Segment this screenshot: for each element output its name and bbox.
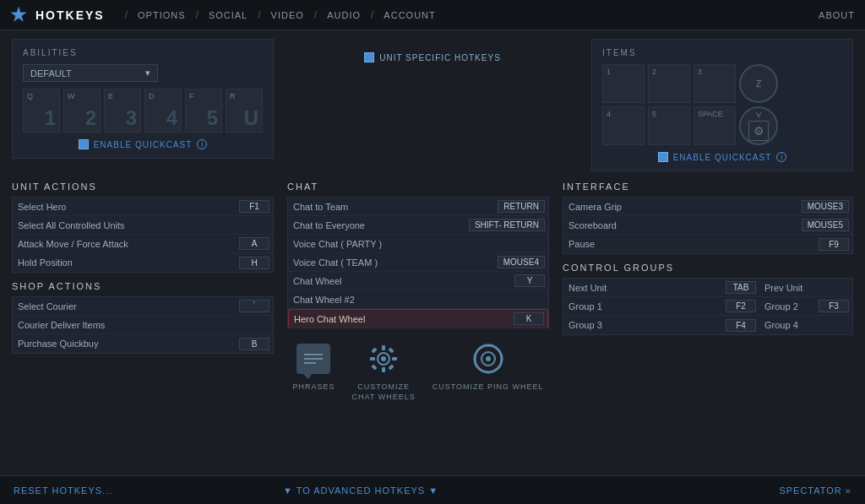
nav-item-audio[interactable]: AUDIO xyxy=(324,10,364,20)
spectator-button[interactable]: SPECTATOR » xyxy=(779,485,851,496)
voice-chat-party-row: Voice Chat ( PARTY ) xyxy=(288,235,548,253)
item-slot-2[interactable]: 2 xyxy=(648,64,690,103)
svg-rect-2 xyxy=(382,345,385,350)
phrases-button[interactable]: PHRASES xyxy=(292,340,335,402)
nav-item-video[interactable]: VIDEO xyxy=(268,10,307,20)
hold-position-label: Hold Position xyxy=(13,257,239,268)
abilities-title: ABILITIES xyxy=(23,48,263,57)
customize-ping-icon xyxy=(470,340,507,377)
group4-key[interactable] xyxy=(819,323,849,327)
about-button[interactable]: ABOUT xyxy=(819,10,855,20)
hotkey-quickbuy: Purchase Quickbuy B xyxy=(13,334,273,353)
chat-to-team-key[interactable]: RETURN xyxy=(498,200,545,213)
items-enable-quickcast-row: ENABLE QUICKCAST i xyxy=(602,152,842,162)
unit-actions-rows: Select Hero F1 Select All Controlled Uni… xyxy=(12,197,274,273)
chat-wheel2-row: Chat Wheel #2 xyxy=(288,290,548,309)
svg-rect-3 xyxy=(382,367,385,372)
abilities-dropdown[interactable]: DEFAULT ▾ xyxy=(23,64,158,82)
voice-chat-team-key[interactable]: MOUSE4 xyxy=(498,256,545,268)
group2-key[interactable]: F3 xyxy=(819,300,849,312)
shop-actions-title: SHOP ACTIONS xyxy=(12,281,274,291)
group3-key[interactable]: F4 xyxy=(726,319,756,332)
nav-item-account[interactable]: ACCOUNT xyxy=(380,10,438,20)
reset-hotkeys-button[interactable]: RESET HOTKEYS... xyxy=(14,485,112,496)
hero-chat-wheel-row: Hero Chat Wheel K xyxy=(288,309,548,328)
top-nav: HOTKEYS / OPTIONS / SOCIAL / VIDEO / AUD… xyxy=(0,0,865,30)
items-panel: ITEMS 1 2 3 Z xyxy=(591,39,853,171)
item-slot-3[interactable]: 3 xyxy=(694,64,736,103)
next-unit-key[interactable]: TAB xyxy=(726,281,756,294)
select-courier-key[interactable]: ` xyxy=(239,300,269,312)
customize-chat-button[interactable]: CUSTOMIZECHAT WHEELS xyxy=(351,340,415,402)
prev-unit-key[interactable] xyxy=(819,286,849,290)
svg-rect-5 xyxy=(392,357,397,360)
hero-chat-wheel-label: Hero Chat Wheel xyxy=(289,314,514,324)
scoreboard-row: Scoreboard MOUSE5 xyxy=(563,216,852,235)
customize-ping-button[interactable]: CUSTOMIZE PING WHEEL xyxy=(432,340,544,402)
item-slot-v[interactable]: V ⚙ xyxy=(739,106,778,145)
shop-actions-rows: Select Courier ` Courier Deliver Items P… xyxy=(12,296,274,354)
item-slot-5[interactable]: 5 xyxy=(648,106,690,145)
items-enable-quickcast-checkbox[interactable] xyxy=(658,152,668,162)
ability-slot-w[interactable]: W 2 xyxy=(63,89,101,133)
group1-key[interactable]: F2 xyxy=(726,300,756,312)
chat-to-team-label: Chat to Team xyxy=(288,202,498,212)
hotkey-select-hero: Select Hero F1 xyxy=(13,198,273,216)
unit-specific-checkbox[interactable] xyxy=(364,52,374,62)
courier-deliver-label: Courier Deliver Items xyxy=(13,320,239,330)
abilities-dropdown-row: DEFAULT ▾ xyxy=(23,64,263,82)
svg-rect-6 xyxy=(372,347,378,353)
item-slot-4[interactable]: 4 xyxy=(602,106,645,145)
control-groups-header: Next Unit TAB Prev Unit xyxy=(563,279,852,297)
item-slot-space[interactable]: SPACE xyxy=(694,106,736,145)
item-slot-1[interactable]: 1 xyxy=(602,64,645,103)
ability-slot-f[interactable]: F 5 xyxy=(185,89,222,133)
control-groups-title: CONTROL GROUPS xyxy=(563,263,853,273)
attack-move-key[interactable]: A xyxy=(239,237,269,250)
prev-unit-label: Prev Unit xyxy=(759,283,819,293)
nav-item-social[interactable]: SOCIAL xyxy=(205,10,251,20)
ability-slot-r[interactable]: R U xyxy=(226,89,263,133)
chat-title: CHAT xyxy=(287,182,549,192)
hotkey-select-all: Select All Controlled Units xyxy=(13,216,273,235)
svg-point-1 xyxy=(381,356,386,361)
voice-chat-party-key[interactable] xyxy=(514,242,545,246)
camera-grip-key[interactable]: MOUSE3 xyxy=(802,200,849,213)
item-slot-z[interactable]: Z xyxy=(739,64,778,103)
group2-label: Group 2 xyxy=(759,301,819,312)
icon-btn-row: PHRASES xyxy=(287,335,549,407)
chat-to-everyone-key[interactable]: SHIFT- RETURN xyxy=(469,219,545,231)
hero-chat-wheel-key[interactable]: K xyxy=(514,312,544,325)
ability-slot-e[interactable]: E 3 xyxy=(104,89,141,133)
scoreboard-key[interactable]: MOUSE5 xyxy=(802,219,849,231)
chat-column: CHAT Chat to Team RETURN Chat to Everyon… xyxy=(287,180,549,504)
select-hero-key[interactable]: F1 xyxy=(239,200,269,213)
quickbuy-key[interactable]: B xyxy=(239,338,269,350)
courier-deliver-key[interactable] xyxy=(239,323,269,327)
camera-grip-row: Camera Grip MOUSE3 xyxy=(563,198,852,216)
svg-rect-4 xyxy=(370,357,375,360)
items-quickcast-info-icon[interactable]: i xyxy=(776,152,786,162)
nav-item-options[interactable]: OPTIONS xyxy=(134,10,189,20)
advanced-hotkeys-button[interactable]: ▼ TO ADVANCED HOTKEYS ▼ xyxy=(283,485,438,496)
dropdown-arrow: ▾ xyxy=(145,68,150,79)
ability-slot-d[interactable]: D 4 xyxy=(144,89,182,133)
unit-specific-row: UNIT SPECIFIC HOTKEYS xyxy=(364,52,501,62)
ability-slot-q[interactable]: Q 1 xyxy=(23,89,60,133)
control-group-2: Group 3 F4 Group 4 xyxy=(563,316,852,334)
hold-position-key[interactable]: H xyxy=(239,257,269,269)
phrases-icon xyxy=(295,340,332,377)
items-title: ITEMS xyxy=(602,48,842,57)
attack-move-label: Attack Move / Force Attack xyxy=(13,239,239,249)
select-courier-label: Select Courier xyxy=(13,301,239,312)
select-all-key[interactable] xyxy=(239,224,269,227)
enable-quickcast-checkbox[interactable] xyxy=(79,139,89,149)
chat-to-everyone-row: Chat to Everyone SHIFT- RETURN xyxy=(288,216,548,235)
quickcast-info-icon[interactable]: i xyxy=(197,139,207,149)
unit-actions-title: UNIT ACTIONS xyxy=(12,182,274,192)
pause-row: Pause F9 xyxy=(563,235,852,253)
pause-key[interactable]: F9 xyxy=(819,238,849,251)
chat-wheel-key[interactable]: Y xyxy=(514,274,545,287)
chat-wheel2-key[interactable] xyxy=(514,298,545,301)
control-groups-rows: Next Unit TAB Prev Unit Group 1 F2 Group… xyxy=(563,278,853,335)
